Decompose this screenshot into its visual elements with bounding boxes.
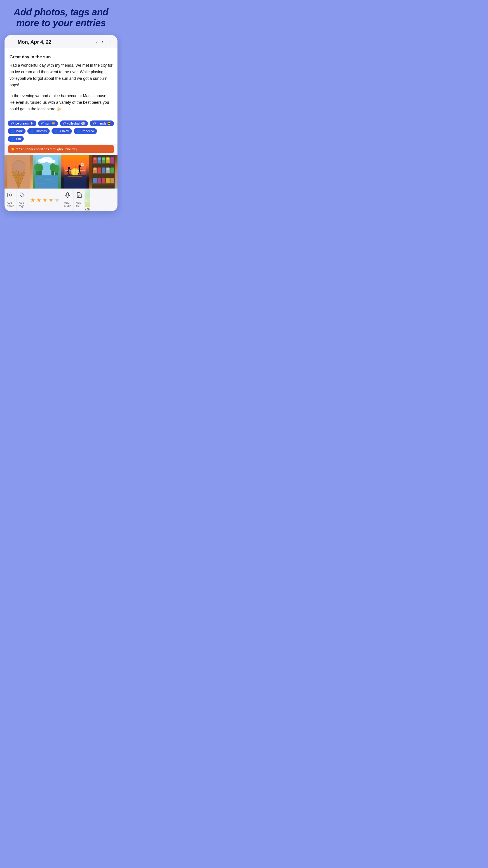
- svg-point-23: [50, 163, 56, 171]
- svg-rect-90: [87, 198, 87, 202]
- svg-rect-77: [8, 193, 13, 197]
- tags-section: 🏷 ice cream 🍦 🏷 sun ☀️ 🏷 volleyball 🏐 🏷 …: [4, 121, 118, 144]
- headline-line1: Add photos, tags and: [13, 7, 108, 18]
- tag-sun[interactable]: 🏷 sun ☀️: [38, 121, 58, 126]
- page-headline: Add photos, tags and more to your entrie…: [13, 7, 108, 29]
- add-audio-label: Add audio: [64, 201, 71, 208]
- svg-rect-72: [93, 178, 97, 183]
- tag-volleyball[interactable]: 🏷 volleyball 🏐: [60, 121, 88, 126]
- map-label: Chandler: [85, 207, 90, 211]
- next-entry-button[interactable]: ›: [102, 39, 103, 45]
- weather-text: 27°C, Clear conditions throughout the da…: [16, 147, 78, 151]
- tag-ashley[interactable]: 👤 Ashley: [52, 128, 72, 134]
- star-4[interactable]: ★: [48, 197, 54, 204]
- person-icon: 👤: [30, 129, 34, 133]
- card-header: ← Mon, Apr 4, 22 ‹ › ⋮: [4, 35, 118, 49]
- add-file-label: Add file: [76, 201, 82, 208]
- prev-entry-button[interactable]: ‹: [96, 39, 98, 45]
- person-icon: 👤: [55, 129, 58, 133]
- add-tags-icon: [19, 192, 25, 199]
- tag-friends[interactable]: 🏷 friends 😎: [90, 121, 114, 126]
- photo-volleyball[interactable]: [61, 155, 89, 188]
- tag-rebecca[interactable]: 👤 Rebecca: [74, 128, 97, 134]
- svg-rect-75: [106, 178, 110, 183]
- svg-rect-95: [87, 200, 88, 201]
- svg-point-37: [68, 167, 70, 169]
- weather-bar: ☀️ 27°C, Clear conditions throughout the…: [8, 145, 114, 153]
- svg-rect-74: [102, 178, 105, 183]
- star-2[interactable]: ★: [36, 197, 41, 204]
- svg-rect-54: [92, 173, 115, 174]
- tag-thomas[interactable]: 👤 Thomas: [27, 128, 50, 134]
- header-nav: ‹ › ⋮: [96, 39, 112, 45]
- entry-paragraph-2: In the evening we had a nice barbecue at…: [9, 93, 112, 112]
- svg-rect-66: [94, 168, 96, 170]
- svg-rect-10: [18, 171, 19, 174]
- weather-icon: ☀️: [11, 147, 15, 151]
- svg-rect-63: [107, 158, 109, 160]
- add-audio-button[interactable]: Add audio: [62, 189, 74, 211]
- tag-icon: 🏷: [93, 122, 96, 125]
- action-row-2: Add audio Add file: [62, 188, 90, 211]
- svg-rect-61: [102, 158, 105, 160]
- add-photo-button[interactable]: Add photo: [4, 189, 17, 211]
- svg-rect-94: [85, 200, 86, 201]
- map-area[interactable]: Chandler: [85, 189, 90, 211]
- more-options-button[interactable]: ⋮: [107, 39, 112, 45]
- headline-line2: more to your entries: [16, 18, 106, 28]
- add-audio-icon: [64, 192, 71, 199]
- photo-ice-cream[interactable]: [4, 155, 33, 188]
- tag-ice-cream[interactable]: 🏷 ice cream 🍦: [8, 121, 36, 126]
- person-icon: 👤: [11, 137, 14, 141]
- person-icon: 👤: [76, 129, 80, 133]
- svg-rect-96: [88, 199, 90, 199]
- add-photo-icon: [7, 192, 13, 199]
- person-icon: 👤: [11, 129, 14, 133]
- svg-rect-71: [110, 167, 114, 173]
- svg-rect-76: [110, 178, 114, 183]
- tag-tim[interactable]: 👤 Tim: [8, 136, 24, 142]
- photo-beers[interactable]: [89, 155, 118, 188]
- add-file-icon: [76, 192, 82, 199]
- photo-river[interactable]: [33, 155, 61, 188]
- star-5[interactable]: ★: [55, 197, 60, 204]
- star-3[interactable]: ★: [42, 197, 47, 204]
- svg-rect-11: [16, 170, 17, 172]
- svg-rect-70: [107, 168, 109, 170]
- tag-icon: 🏷: [63, 122, 66, 125]
- svg-point-78: [9, 194, 11, 196]
- svg-rect-79: [9, 193, 11, 193]
- star-1[interactable]: ★: [30, 197, 35, 204]
- svg-point-80: [21, 193, 22, 194]
- svg-rect-68: [102, 167, 105, 173]
- add-file-button[interactable]: Add file: [74, 189, 85, 211]
- svg-rect-81: [67, 192, 68, 196]
- tag-mark[interactable]: 👤 Mark: [8, 128, 26, 134]
- action-bar: Add photo Add tags ★ ★ ★ ★ ★: [4, 188, 118, 211]
- svg-rect-97: [88, 200, 90, 201]
- stars-rating[interactable]: ★ ★ ★ ★ ★: [28, 189, 62, 211]
- svg-rect-88: [85, 200, 90, 200]
- add-tags-button[interactable]: Add tags: [17, 189, 28, 211]
- entry-date: Mon, Apr 4, 22: [18, 39, 96, 45]
- photos-grid: [4, 155, 118, 188]
- svg-rect-92: [85, 199, 86, 199]
- tag-icon: 🏷: [11, 122, 14, 125]
- svg-rect-55: [92, 183, 115, 184]
- svg-rect-73: [98, 178, 101, 183]
- svg-rect-67: [98, 167, 101, 173]
- back-button[interactable]: ←: [9, 39, 14, 45]
- svg-rect-64: [110, 157, 114, 163]
- journal-card: ← Mon, Apr 4, 22 ‹ › ⋮ Great day in the …: [4, 35, 118, 211]
- add-tags-label: Add tags: [19, 201, 25, 208]
- entry-title: Great day in the sun: [9, 53, 112, 60]
- action-row-1: Add photo Add tags ★ ★ ★ ★ ★: [4, 188, 62, 211]
- entry-body: Great day in the sun Had a wonderful day…: [4, 49, 118, 121]
- entry-paragraph-1: Had a wonderful day with my friends. We …: [9, 62, 112, 88]
- svg-rect-57: [94, 158, 96, 160]
- svg-point-21: [38, 164, 43, 171]
- svg-point-15: [47, 160, 56, 163]
- svg-point-43: [78, 165, 81, 167]
- add-photo-label: Add photo: [7, 201, 14, 208]
- svg-rect-53: [92, 163, 115, 164]
